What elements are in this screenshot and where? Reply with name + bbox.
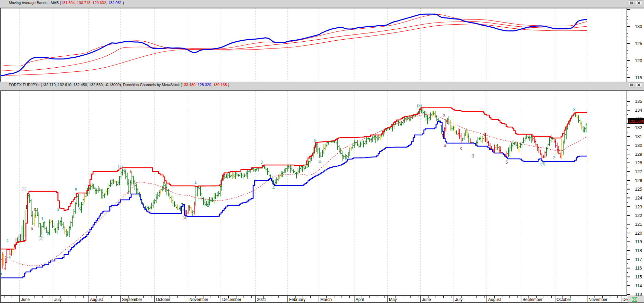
svg-text:a: a — [31, 226, 33, 231]
svg-text:4: 4 — [9, 255, 11, 260]
svg-text:2021: 2021 — [257, 297, 266, 302]
svg-text:Moving Average Bands - MAB (13: Moving Average Bands - MAB (131.804, 130… — [9, 1, 124, 5]
svg-text:3: 3 — [573, 107, 576, 112]
svg-text:a: a — [127, 190, 130, 195]
svg-text:123: 123 — [635, 205, 642, 209]
svg-text:5: 5 — [506, 160, 508, 165]
svg-text:3: 3 — [472, 154, 474, 159]
svg-text:1: 1 — [194, 180, 197, 185]
svg-text:April: April — [355, 297, 364, 302]
svg-text:128: 128 — [635, 161, 642, 165]
svg-text:November: November — [589, 297, 607, 302]
svg-text:131: 131 — [635, 134, 642, 139]
svg-text:c: c — [460, 146, 462, 151]
svg-text:(1): (1) — [22, 186, 27, 191]
svg-text:5: 5 — [75, 188, 77, 192]
svg-text:June: June — [21, 297, 30, 302]
svg-text:October: October — [556, 297, 571, 302]
svg-text:x: x — [79, 206, 81, 211]
svg-text:September: September — [523, 297, 543, 302]
svg-text:124: 124 — [635, 196, 642, 201]
svg-text:121: 121 — [635, 222, 642, 227]
svg-text:120: 120 — [635, 58, 642, 63]
svg-text:129: 129 — [635, 152, 642, 157]
svg-text:3: 3 — [260, 160, 263, 165]
svg-text:December: December — [222, 297, 241, 302]
svg-text:125: 125 — [635, 187, 642, 192]
svg-text:2: 2 — [47, 232, 49, 236]
svg-text:b: b — [34, 207, 37, 212]
svg-text:October: October — [156, 297, 171, 302]
svg-text:116: 116 — [635, 266, 642, 271]
svg-text:1: 1 — [551, 134, 553, 139]
svg-text:(2): (2) — [39, 236, 44, 240]
svg-text:(4): (4) — [183, 216, 188, 220]
svg-text:4: 4 — [272, 185, 275, 190]
svg-text:x: x — [319, 159, 321, 164]
svg-text:2: 2 — [553, 155, 555, 160]
svg-text:4: 4 — [583, 129, 585, 134]
svg-text:b: b — [130, 169, 132, 174]
svg-text:130: 130 — [635, 24, 642, 29]
svg-text:c: c — [6, 238, 9, 243]
svg-text:FOREX EURJPY= (132.710, 132.9: FOREX EURJPY= (132.710, 132.910, 132.450… — [9, 83, 229, 87]
svg-text:May: May — [389, 297, 397, 302]
svg-text:126: 126 — [635, 178, 642, 183]
svg-text:July: July — [54, 297, 62, 302]
svg-text:August: August — [90, 297, 103, 302]
svg-text:(3): (3) — [118, 164, 123, 169]
svg-text:125: 125 — [635, 41, 642, 46]
svg-text:b: b — [443, 113, 445, 118]
svg-text:February: February — [289, 297, 306, 302]
svg-text:2: 2 — [207, 203, 209, 208]
svg-text:November: November — [189, 297, 208, 302]
svg-text:120: 120 — [635, 231, 642, 236]
svg-text:3: 3 — [57, 207, 59, 212]
svg-text:June: June — [422, 297, 431, 302]
svg-text:117: 117 — [635, 257, 642, 262]
svg-text:115: 115 — [635, 75, 642, 80]
svg-text:(3): (3) — [417, 103, 422, 108]
svg-text:March: March — [320, 297, 332, 302]
svg-text:119: 119 — [635, 239, 642, 244]
svg-text:c: c — [148, 208, 150, 213]
svg-text:115: 115 — [635, 275, 642, 279]
svg-text:a: a — [444, 143, 446, 148]
svg-text:July: July — [455, 297, 462, 302]
svg-text:134: 134 — [635, 108, 642, 113]
svg-text:132: 132 — [635, 125, 642, 130]
svg-text:4: 4 — [62, 226, 65, 231]
svg-text:118: 118 — [635, 248, 642, 253]
svg-text:114: 114 — [635, 284, 642, 288]
svg-text:130: 130 — [635, 143, 642, 148]
svg-text:1: 1 — [41, 216, 44, 221]
svg-text:135: 135 — [635, 99, 642, 104]
svg-text:(4): (4) — [540, 161, 546, 166]
svg-text:132.5600: 132.5600 — [629, 119, 644, 123]
svg-text:September: September — [122, 297, 142, 302]
svg-text:August: August — [488, 297, 501, 302]
svg-text:4: 4 — [465, 128, 467, 133]
svg-text:127: 127 — [635, 169, 642, 174]
svg-text:5: 5 — [314, 138, 317, 143]
svg-text:4: 4 — [483, 132, 486, 137]
svg-text:4: 4 — [163, 180, 165, 185]
svg-text:122: 122 — [635, 213, 642, 218]
